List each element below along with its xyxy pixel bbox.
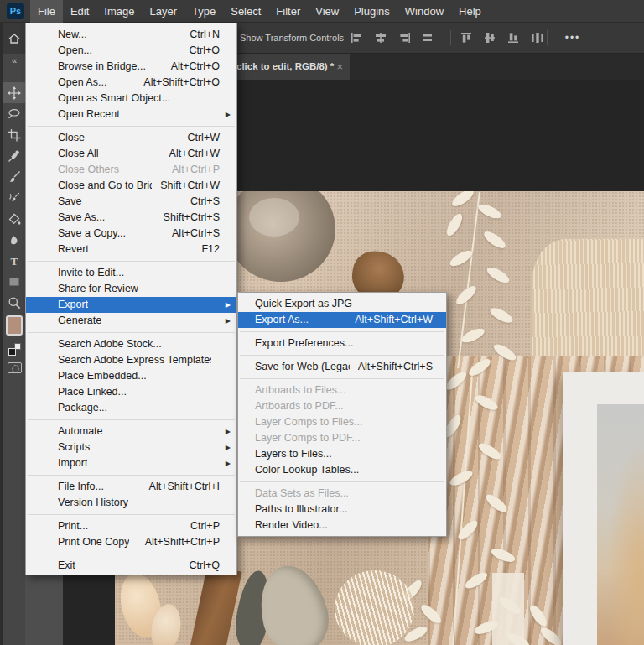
menubar-item-filter[interactable]: Filter	[268, 0, 308, 23]
tool-type-tool[interactable]: T	[3, 250, 25, 271]
menubar-item-file[interactable]: File	[30, 0, 63, 23]
export-menu-item-layer-comps-to-pdf[interactable]: Layer Comps to PDF...	[238, 430, 446, 446]
options-button-align-bottom-edges[interactable]	[502, 29, 526, 47]
tool-zoom-tool[interactable]	[3, 292, 25, 313]
home-button-area	[0, 23, 25, 54]
file-menu-item-close-and-go-to-bridge[interactable]: Close and Go to Bridge... Shift+Ctrl+W	[26, 178, 236, 194]
file-menu-item-scripts[interactable]: Scripts ▶	[26, 440, 236, 455]
export-menu-item-layer-comps-to-files[interactable]: Layer Comps to Files...	[238, 414, 446, 430]
swap-colors-icon[interactable]	[8, 343, 21, 356]
menu-item-label: Automate	[58, 424, 103, 440]
export-menu-item-color-lookup-tables[interactable]: Color Lookup Tables...	[238, 462, 446, 478]
tool-shape-tool[interactable]	[3, 271, 25, 292]
file-menu-item-search-adobe-express-templates[interactable]: Search Adobe Express Templates...	[26, 352, 236, 368]
menu-item-shortcut	[424, 336, 433, 351]
file-menu-item-close-others[interactable]: Close Others Alt+Ctrl+P	[26, 162, 236, 178]
menubar-item-plugins[interactable]: Plugins	[346, 0, 397, 23]
file-menu-item-open-as[interactable]: Open As... Alt+Shift+Ctrl+O	[26, 75, 236, 91]
options-button-distribute-horizontals[interactable]	[416, 29, 439, 47]
file-menu-item-search-adobe-stock[interactable]: Search Adobe Stock...	[26, 336, 236, 352]
menubar-item-select[interactable]: Select	[223, 0, 268, 23]
menu-separator	[28, 261, 235, 262]
export-menu-item-paths-to-illustrator[interactable]: Paths to Illustrator...	[238, 502, 446, 518]
file-menu-item-exit[interactable]: Exit Ctrl+Q	[26, 558, 236, 574]
close-icon[interactable]: ×	[336, 54, 343, 80]
file-menu-item-close[interactable]: Close Ctrl+W	[26, 130, 236, 146]
foreground-color-swatch[interactable]	[6, 315, 23, 336]
more-options-icon[interactable]: •••	[556, 23, 589, 53]
file-menu-item-print[interactable]: Print... Ctrl+P	[26, 518, 236, 534]
export-menu-item-artboards-to-files[interactable]: Artboards to Files...	[238, 382, 446, 398]
quick-mask-icon[interactable]	[8, 362, 22, 373]
file-menu-item-new[interactable]: New... Ctrl+N	[26, 27, 236, 43]
file-menu-item-save-a-copy[interactable]: Save a Copy... Alt+Ctrl+S	[26, 226, 236, 242]
file-menu-item-open-as-smart-object[interactable]: Open as Smart Object...	[26, 91, 236, 107]
file-menu-item-place-embedded[interactable]: Place Embedded...	[26, 368, 236, 384]
menu-item-label: Package...	[58, 400, 107, 416]
file-menu-item-generate[interactable]: Generate ▶	[26, 313, 236, 329]
menubar-item-help[interactable]: Help	[451, 0, 489, 23]
menubar-item-edit[interactable]: Edit	[63, 0, 96, 23]
collapse-panel-icon[interactable]: «	[3, 55, 25, 65]
menubar-item-layer[interactable]: Layer	[143, 0, 185, 23]
export-menu-item-render-video[interactable]: Render Video...	[238, 518, 446, 533]
options-separator	[450, 30, 451, 45]
options-button-align-horizontal-centers[interactable]	[369, 29, 392, 47]
file-menu-item-share-for-review[interactable]: Share for Review	[26, 281, 236, 297]
file-menu-item-place-linked[interactable]: Place Linked...	[26, 384, 236, 400]
align-left-edges-icon	[351, 32, 364, 44]
menubar-item-image[interactable]: Image	[96, 0, 142, 23]
menu-item-shortcut: Alt+Shift+Ctrl+O	[135, 75, 220, 91]
options-button-distribute-verticals[interactable]	[526, 29, 549, 47]
menubar-item-window[interactable]: Window	[397, 0, 451, 23]
file-menu-item-save-as[interactable]: Save As... Shift+Ctrl+S	[26, 210, 236, 226]
type-tool-icon: T	[8, 254, 21, 268]
file-menu-item-save[interactable]: Save Ctrl+S	[26, 194, 236, 210]
options-button-align-top-edges[interactable]	[455, 29, 479, 47]
tool-move-tool[interactable]	[3, 82, 25, 103]
document-tab[interactable]: click to edit, RGB/8) * ×	[218, 54, 350, 80]
file-menu-item-export[interactable]: Export ▶	[26, 297, 236, 313]
export-menu-item-layers-to-files[interactable]: Layers to Files...	[238, 446, 446, 462]
export-menu-item-quick-export-as-jpg[interactable]: Quick Export as JPG	[238, 296, 446, 312]
file-menu-item-print-one-copy[interactable]: Print One Copy Alt+Shift+Ctrl+P	[26, 534, 236, 550]
photo-portrait	[597, 404, 644, 645]
file-menu-item-open-recent[interactable]: Open Recent ▶	[26, 107, 236, 122]
menu-item-label: Quick Export as JPG	[255, 296, 352, 312]
export-menu-item-artboards-to-pdf[interactable]: Artboards to PDF...	[238, 398, 446, 414]
distribute-horizontals-icon	[421, 32, 434, 44]
tool-brush-tool[interactable]	[3, 166, 25, 187]
file-menu-item-open[interactable]: Open... Ctrl+O	[26, 43, 236, 59]
options-button-align-vertical-centers[interactable]	[479, 29, 502, 47]
tool-history-brush-tool[interactable]	[3, 187, 25, 208]
file-menu-item-close-all[interactable]: Close All Alt+Ctrl+W	[26, 146, 236, 162]
file-menu-item-import[interactable]: Import ▶	[26, 455, 236, 471]
file-menu-item-invite-to-edit[interactable]: Invite to Edit...	[26, 265, 236, 281]
menu-item-shortcut	[424, 502, 433, 518]
menubar-item-view[interactable]: View	[308, 0, 346, 23]
home-icon[interactable]	[8, 32, 21, 45]
menubar-item-type[interactable]: Type	[184, 0, 223, 23]
align-right-edges-icon	[397, 32, 411, 44]
file-menu-item-revert[interactable]: Revert F12	[26, 242, 236, 257]
file-menu-item-file-info[interactable]: File Info... Alt+Shift+Ctrl+I	[26, 479, 236, 495]
export-menu-item-export-preferences[interactable]: Export Preferences...	[238, 336, 446, 351]
file-menu-item-browse-in-bridge[interactable]: Browse in Bridge... Alt+Ctrl+O	[26, 59, 236, 75]
options-separator	[340, 30, 340, 45]
options-button-align-right-edges[interactable]	[392, 29, 416, 47]
options-button-align-left-edges[interactable]	[345, 29, 369, 47]
file-menu-item-package[interactable]: Package...	[26, 400, 236, 416]
align-vertical-centers-icon	[484, 32, 497, 44]
export-menu-item-data-sets-as-files[interactable]: Data Sets as Files...	[238, 486, 446, 502]
menu-item-shortcut	[211, 107, 220, 122]
export-menu-item-export-as[interactable]: Export As... Alt+Shift+Ctrl+W	[238, 312, 446, 328]
tools-column: T	[3, 82, 25, 313]
tool-eyedropper-tool[interactable]	[3, 145, 25, 166]
file-menu-item-automate[interactable]: Automate ▶	[26, 424, 236, 440]
file-menu-item-version-history[interactable]: Version History	[26, 495, 236, 511]
export-menu-item-save-for-web-legacy[interactable]: Save for Web (Legacy)... Alt+Shift+Ctrl+…	[238, 359, 446, 375]
tool-smudge-tool[interactable]	[3, 229, 25, 250]
tool-lasso-tool[interactable]	[3, 103, 25, 124]
tool-paint-bucket-tool[interactable]	[3, 208, 25, 229]
tool-crop-tool[interactable]	[3, 124, 25, 145]
